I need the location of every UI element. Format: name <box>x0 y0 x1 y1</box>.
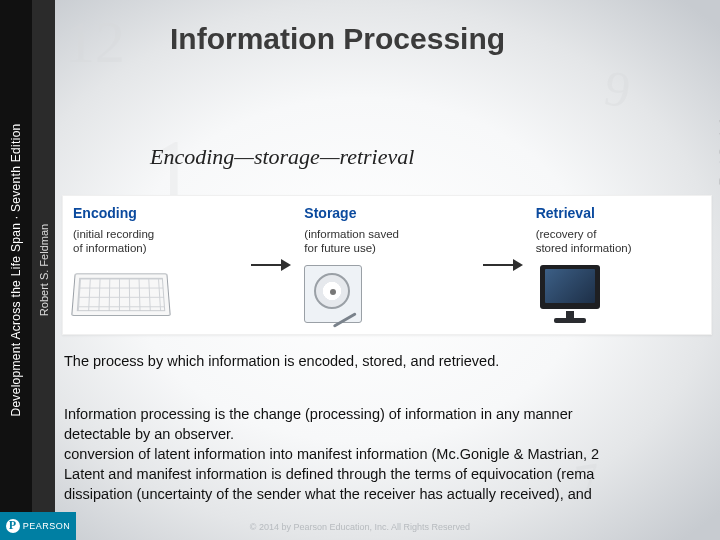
arrow-icon <box>248 256 294 274</box>
copyright-line: © 2014 by Pearson Education, Inc. All Ri… <box>250 522 470 532</box>
stage-sub: (recovery ofstored information) <box>536 227 705 256</box>
monitor-icon <box>536 263 705 325</box>
pearson-logo: PEARSON <box>0 512 76 540</box>
stage-head: Retrieval <box>536 205 705 221</box>
slide-subtitle: Encoding—storage—retrieval <box>150 144 414 170</box>
watermark: 9 <box>600 58 635 119</box>
keyboard-icon <box>73 263 242 325</box>
stage-encoding: Encoding (initial recordingof informatio… <box>63 197 248 334</box>
body-text-1: The process by which information is enco… <box>64 353 704 369</box>
slide-title: Information Processing <box>170 22 505 56</box>
body-text-2: Information processing is the change (pr… <box>64 404 720 504</box>
stage-head: Storage <box>304 205 473 221</box>
stage-sub: (information savedfor future use) <box>304 227 473 256</box>
part-label: Part 2 · Infancy <box>716 90 720 185</box>
harddrive-icon <box>304 263 473 325</box>
book-spine: Development Across the Life Span · Seven… <box>0 0 55 540</box>
process-diagram: Encoding (initial recordingof informatio… <box>62 195 712 335</box>
watermark: 12 <box>65 8 125 77</box>
arrow-icon <box>480 256 526 274</box>
svg-marker-3 <box>513 259 523 271</box>
stage-sub: (initial recordingof information) <box>73 227 242 256</box>
pearson-p-icon <box>6 519 20 533</box>
pearson-word: PEARSON <box>23 521 71 531</box>
stage-head: Encoding <box>73 205 242 221</box>
stage-retrieval: Retrieval (recovery ofstored information… <box>526 197 711 334</box>
slide: 12 1 9 7 Development Across the Life Spa… <box>0 0 720 540</box>
svg-marker-1 <box>281 259 291 271</box>
stage-storage: Storage (information savedfor future use… <box>294 197 479 334</box>
spine-author: Robert S. Feldman <box>38 224 50 316</box>
spine-title: Development Across the Life Span · Seven… <box>9 123 23 416</box>
